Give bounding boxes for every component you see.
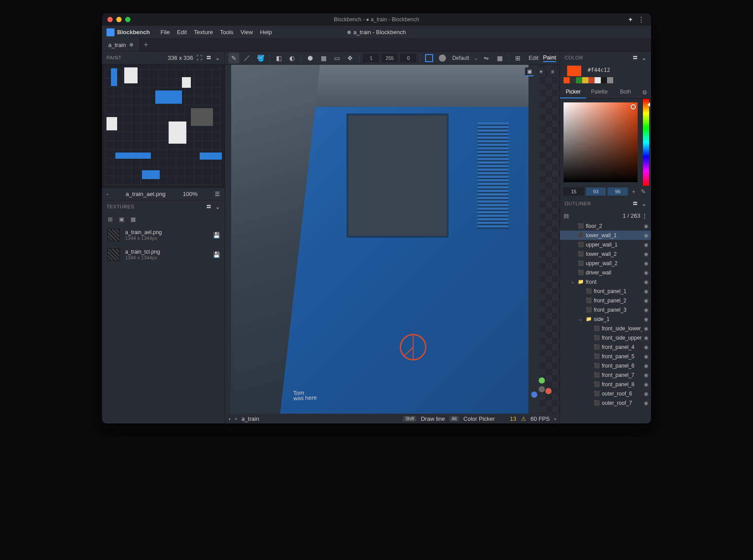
chevron-down-icon[interactable]: ⌄ [215,204,220,210]
view-grid-icon[interactable]: ⊞ [513,53,523,63]
save-texture-icon[interactable]: 💾 [213,232,220,239]
outliner-item[interactable]: ⬛lower_wall_1◉ [560,231,651,240]
visibility-icon[interactable]: ◉ [644,353,648,360]
viewport-light-icon[interactable]: ☀ [536,67,545,76]
outliner-item[interactable]: ⬛front_panel_1◉ [560,286,651,296]
visibility-icon[interactable]: ◉ [644,232,648,239]
nav-forward-icon[interactable]: › [554,415,556,422]
brush-tool-icon[interactable]: ✎ [229,53,239,63]
lock-alpha-icon[interactable]: ▦ [494,53,505,63]
more-icon[interactable]: ⋮ [642,212,647,219]
hue-cursor[interactable] [647,102,650,107]
3d-viewport[interactable]: Tom was here ▣ ☀ ≡ [225,65,560,414]
visibility-icon[interactable]: ◉ [644,325,648,332]
panel-options-icon[interactable]: 〓 [632,200,638,208]
texture-row[interactable]: a_train_ael.png1344 x 1344px💾 [102,225,225,245]
texture-grid-icon[interactable]: ▦ [130,215,137,223]
eyedropper-tool-icon[interactable]: ◐ [287,53,297,63]
outliner-item[interactable]: ⬛front_side_lower_2◉ [560,324,651,333]
select-tool-icon[interactable]: ▭ [331,53,342,63]
visibility-icon[interactable]: ◉ [644,251,648,257]
warning-icon[interactable]: ⚠ [521,415,526,422]
menu-edit[interactable]: Edit [173,27,190,37]
chevron-down-icon[interactable]: ⌄ [642,200,647,207]
color-picker-field[interactable] [564,102,638,182]
visibility-icon[interactable]: ◉ [644,335,648,341]
close-window-button[interactable] [107,17,113,22]
eraser-tool-icon[interactable]: ◧ [273,53,284,63]
outliner-item[interactable]: ⬛upper_wall_2◉ [560,258,651,268]
picker-cursor[interactable] [631,104,636,110]
menu-help[interactable]: Help [256,27,276,37]
outliner-item[interactable]: ⬛lower_wall_2◉ [560,249,651,258]
layout-icon[interactable]: ☰ [215,191,220,197]
panel-options-icon[interactable]: 〓 [206,203,212,211]
gizmo-y-icon[interactable] [539,377,545,384]
orientation-gizmo[interactable] [529,376,554,400]
shape-circle-icon[interactable] [437,53,448,63]
hex-input[interactable]: #f44c12 [587,67,610,73]
minimize-window-button[interactable] [116,17,122,22]
outliner-item[interactable]: ⬛outer_roof_7◉ [560,398,651,407]
visibility-icon[interactable]: ◉ [644,260,648,266]
color-settings-icon[interactable]: ⚙ [639,86,651,98]
add-tab-button[interactable]: + [140,39,152,51]
tab-a-train[interactable]: a_train [102,39,140,51]
recent-color-swatch[interactable] [570,77,576,83]
save-texture-icon[interactable]: 💾 [213,251,220,258]
add-color-icon[interactable]: + [630,188,638,195]
mirror-tool-icon[interactable]: ⇋ [481,53,492,63]
outliner-item[interactable]: ⬛upper_wall_1◉ [560,240,651,249]
outliner-item[interactable]: ⬛front_panel_3◉ [560,305,651,314]
visibility-icon[interactable]: ◉ [644,242,648,248]
recent-color-swatch[interactable] [576,77,582,83]
outliner-item[interactable]: ⌄📁side_1◉ [560,314,651,324]
visibility-icon[interactable]: ◉ [644,279,648,285]
chevron-down-icon[interactable]: ⌄ [473,55,478,61]
import-texture-icon[interactable]: ▣ [118,215,125,223]
visibility-icon[interactable]: ◉ [644,372,648,378]
both-tab[interactable]: Both [612,86,639,98]
recent-color-swatch[interactable] [588,77,595,83]
hue-slider[interactable] [643,99,649,186]
visibility-icon[interactable]: ◉ [644,298,648,304]
outliner-item[interactable]: ⬛floor_2◉ [560,221,651,231]
value-input[interactable]: 96 [607,188,628,196]
window-menu-icon[interactable]: ⋮ [638,16,645,24]
texture-row[interactable]: a_train_tcl.png1344 x 1344px💾 [102,245,225,264]
fill-tool-icon[interactable]: 🪣 [255,53,266,63]
expand-chevron-icon[interactable]: ⌄ [571,279,576,284]
add-texture-icon[interactable]: ⊞ [106,215,114,223]
move-tool-icon[interactable]: ✥ [345,53,355,63]
brush-opacity-input[interactable]: 255 [382,54,398,63]
blend-mode-select[interactable]: Default [450,55,471,61]
maximize-window-button[interactable] [125,17,130,22]
outliner-item[interactable]: ⬛front_panel_6◉ [560,361,651,370]
gradient-tool-icon[interactable]: ▦ [318,53,329,63]
picker-tab[interactable]: Picker [560,86,586,98]
panel-options-icon[interactable]: 〓 [632,54,638,62]
outliner-item[interactable]: ⬛front_panel_8◉ [560,380,651,389]
palette-tab[interactable]: Palette [586,86,612,98]
chevron-down-icon[interactable]: ⌄ [642,55,647,61]
extension-icon[interactable]: ✦ [628,16,633,23]
outliner-item[interactable]: ⬛outer_roof_6◉ [560,389,651,398]
outliner-item[interactable]: ⬛front_side_upper_2◉ [560,333,651,342]
viewport-menu-icon[interactable]: ≡ [548,67,557,76]
edit-mode-tab[interactable]: Edit [528,55,538,62]
recent-color-swatch[interactable] [582,77,588,83]
nav-back-icon[interactable]: ‹ [229,415,230,422]
saturation-input[interactable]: 93 [586,188,606,196]
gizmo-center-icon[interactable] [539,386,545,392]
outliner-item[interactable]: ⬛front_panel_5◉ [560,352,651,361]
menu-file[interactable]: File [157,27,173,37]
visibility-icon[interactable]: ◉ [644,288,648,294]
brush-size-input[interactable]: 1 [363,54,379,63]
visibility-icon[interactable]: ◉ [644,363,648,369]
outliner-item[interactable]: ⬛driver_wall◉ [560,268,651,277]
menu-view[interactable]: View [237,27,256,37]
eyedropper-icon[interactable]: ✎ [639,188,647,195]
outliner-item[interactable]: ⬛front_panel_2◉ [560,296,651,305]
gizmo-z-icon[interactable] [531,392,537,398]
outliner-tool-icon[interactable]: ▤ [564,212,569,219]
